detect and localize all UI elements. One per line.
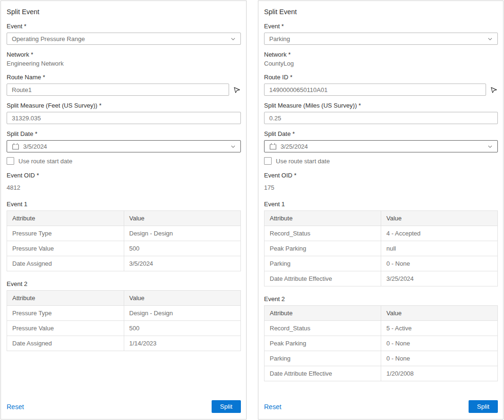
select-arrow-icon [490,86,498,94]
attribute-cell: Date Assigned [7,336,124,351]
split-date-picker[interactable]: 3/25/2024 [264,140,498,152]
table-row: Parking0 - None [265,256,498,271]
value-header: Value [381,211,498,226]
value-cell: 5 - Active [381,321,498,336]
event-label: Event * [7,23,241,30]
attribute-cell: Peak Parking [265,336,381,351]
value-cell: 3/25/2024 [381,271,498,286]
calendar-icon [12,143,19,150]
select-route-button[interactable] [490,86,498,94]
event-select-value: Parking [269,35,487,42]
reset-button[interactable]: Reset [264,403,282,411]
route-label: Route Name * [7,74,241,81]
table-row: Pressure TypeDesign - Design [7,306,241,321]
event2-table: Attribute Value Record_Status5 - ActiveP… [264,305,498,381]
table-row: Record_Status5 - Active [265,321,498,336]
table-row: Date Assigned3/5/2024 [7,256,241,271]
network-value: Engineering Network [7,60,241,67]
attribute-header: Attribute [7,291,124,306]
attribute-cell: Pressure Value [7,241,124,256]
use-route-start-date-label: Use route start date [276,158,330,165]
value-cell: 4 - Accepted [381,226,498,241]
use-route-start-date-row: Use route start date [7,157,241,165]
network-value: CountyLog [264,60,498,67]
attribute-cell: Record_Status [265,321,381,336]
attribute-cell: Pressure Value [7,321,124,336]
route-input[interactable] [264,84,486,96]
reset-button[interactable]: Reset [7,403,24,411]
select-route-button[interactable] [233,86,241,94]
split-measure-input[interactable] [7,112,241,124]
value-cell: 1/14/2023 [124,336,241,351]
table-row: Peak Parking0 - None [265,336,498,351]
event1-table: Attribute Value Record_Status4 - Accepte… [264,210,498,286]
use-route-start-date-label: Use route start date [18,158,72,165]
event-oid-label: Event OID * [7,172,241,179]
use-route-start-date-checkbox[interactable] [7,157,14,165]
route-label: Route ID * [264,74,498,81]
calendar-icon [269,143,277,150]
table-row: Pressure Value500 [7,241,241,256]
value-header: Value [381,306,498,321]
split-event-panel-right: Split Event Event * Parking Network * Co… [258,0,504,420]
value-cell: 0 - None [381,351,498,366]
value-cell: 0 - None [381,256,498,271]
event2-section-title: Event 2 [264,295,498,302]
split-date-value: 3/25/2024 [281,143,487,150]
table-row: Record_Status4 - Accepted [265,226,498,241]
event1-section-title: Event 1 [264,201,498,208]
value-cell: null [381,241,498,256]
split-date-label: Split Date * [264,130,498,137]
use-route-start-date-row: Use route start date [264,157,498,165]
attribute-cell: Pressure Type [7,226,124,241]
network-label: Network * [264,51,498,58]
event2-table: Attribute Value Pressure TypeDesign - De… [7,290,241,351]
attribute-cell: Date Attribute Effective [265,366,381,381]
page-title: Split Event [7,8,241,16]
value-cell: 0 - None [381,336,498,351]
chevron-down-icon [230,143,236,150]
route-input[interactable] [7,84,229,96]
event1-section-title: Event 1 [7,201,241,208]
table-row: Date Attribute Effective3/25/2024 [265,271,498,286]
chevron-down-icon [230,36,236,42]
chevron-down-icon [487,36,493,42]
value-cell: 3/5/2024 [124,256,241,271]
event-oid-value: 175 [264,184,498,192]
attribute-cell: Date Assigned [7,256,124,271]
table-header-row: Attribute Value [265,211,498,226]
event-oid-label: Event OID * [264,172,498,179]
value-header: Value [124,291,241,306]
chevron-down-icon [487,143,493,150]
attribute-cell: Pressure Type [7,306,124,321]
table-row: Parking0 - None [265,351,498,366]
event-select[interactable]: Parking [264,33,498,45]
event-select[interactable]: Operating Pressure Range [7,33,241,45]
split-measure-input[interactable] [264,112,498,124]
value-header: Value [124,211,241,226]
split-button[interactable]: Split [469,400,498,413]
table-header-row: Attribute Value [7,211,241,226]
value-cell: Design - Design [124,306,241,321]
split-date-picker[interactable]: 3/5/2024 [7,140,241,152]
attribute-header: Attribute [265,211,381,226]
footer: Reset Split [7,400,241,413]
measure-label: Split Measure (Feet (US Survey)) * [7,102,241,109]
event1-table: Attribute Value Pressure TypeDesign - De… [7,210,241,271]
table-row: Pressure TypeDesign - Design [7,226,241,241]
page-title: Split Event [264,8,498,16]
event-select-value: Operating Pressure Range [12,35,230,42]
table-header-row: Attribute Value [265,306,498,321]
split-button[interactable]: Split [212,400,241,413]
attribute-cell: Parking [265,351,381,366]
value-cell: 500 [124,241,241,256]
event-label: Event * [264,23,498,30]
table-row: Peak Parkingnull [265,241,498,256]
table-row: Pressure Value500 [7,321,241,336]
select-arrow-icon [233,86,241,94]
measure-label: Split Measure (Miles (US Survey)) * [264,102,498,109]
use-route-start-date-checkbox[interactable] [264,157,272,165]
event2-section-title: Event 2 [7,280,241,287]
split-event-panel-left: Split Event Event * Operating Pressure R… [0,0,247,420]
attribute-cell: Peak Parking [265,241,381,256]
